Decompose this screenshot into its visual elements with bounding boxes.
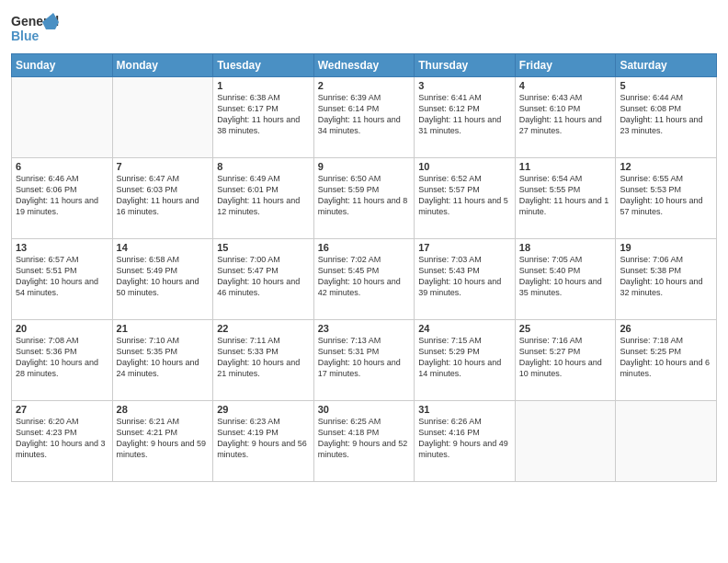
day-number: 18: [519, 242, 612, 253]
calendar-cell: 4Sunrise: 6:43 AMSunset: 6:10 PMDaylight…: [515, 77, 616, 158]
sunrise-text: Sunrise: 6:25 AM: [318, 417, 381, 426]
cell-info: Sunrise: 6:57 AMSunset: 5:51 PMDaylight:…: [16, 254, 108, 299]
daylight-text: Daylight: 11 hours and 8 minutes.: [318, 196, 408, 216]
daylight-text: Daylight: 10 hours and 32 minutes.: [620, 277, 702, 297]
sunrise-text: Sunrise: 6:52 AM: [418, 174, 482, 183]
logo: General Blue: [11, 9, 59, 48]
sunrise-text: Sunrise: 6:21 AM: [117, 417, 180, 426]
day-number: 14: [117, 242, 210, 253]
sunset-text: Sunset: 5:45 PM: [318, 266, 380, 275]
sunrise-text: Sunrise: 6:58 AM: [117, 255, 180, 264]
calendar-cell: [515, 401, 616, 482]
calendar-cell: 13Sunrise: 6:57 AMSunset: 5:51 PMDayligh…: [12, 239, 113, 320]
cell-info: Sunrise: 6:43 AMSunset: 6:10 PMDaylight:…: [519, 92, 612, 137]
calendar-cell: 31Sunrise: 6:26 AMSunset: 4:16 PMDayligh…: [415, 401, 516, 482]
sunset-text: Sunset: 5:40 PM: [519, 266, 581, 275]
cell-info: Sunrise: 6:55 AMSunset: 5:53 PMDaylight:…: [620, 173, 712, 218]
sunset-text: Sunset: 4:19 PM: [217, 428, 279, 437]
daylight-text: Daylight: 10 hours and 35 minutes.: [519, 277, 602, 297]
day-number: 15: [217, 242, 310, 253]
sunrise-text: Sunrise: 7:00 AM: [217, 255, 280, 264]
sunrise-text: Sunrise: 7:16 AM: [519, 336, 583, 345]
sunrise-text: Sunrise: 6:23 AM: [217, 417, 280, 426]
day-number: 25: [519, 323, 612, 334]
daylight-text: Daylight: 10 hours and 10 minutes.: [519, 358, 602, 378]
cell-info: Sunrise: 7:06 AMSunset: 5:38 PMDaylight:…: [620, 254, 712, 299]
cell-info: Sunrise: 6:58 AMSunset: 5:49 PMDaylight:…: [117, 254, 210, 299]
day-number: 5: [620, 80, 712, 91]
weekday-header-monday: Monday: [112, 54, 213, 77]
sunrise-text: Sunrise: 7:06 AM: [620, 255, 683, 264]
sunrise-text: Sunrise: 7:10 AM: [117, 336, 180, 345]
daylight-text: Daylight: 10 hours and 3 minutes.: [16, 439, 106, 459]
day-number: 7: [117, 161, 210, 172]
sunset-text: Sunset: 5:36 PM: [16, 347, 77, 356]
day-number: 11: [519, 161, 612, 172]
weekday-header-saturday: Saturday: [616, 54, 717, 77]
cell-info: Sunrise: 7:03 AMSunset: 5:43 PMDaylight:…: [418, 254, 511, 299]
calendar-cell: 26Sunrise: 7:18 AMSunset: 5:25 PMDayligh…: [616, 320, 717, 401]
daylight-text: Daylight: 11 hours and 1 minute.: [519, 196, 609, 216]
calendar-cell: 8Sunrise: 6:49 AMSunset: 6:01 PMDaylight…: [213, 158, 314, 239]
cell-info: Sunrise: 7:11 AMSunset: 5:33 PMDaylight:…: [217, 335, 310, 380]
cell-info: Sunrise: 6:50 AMSunset: 5:59 PMDaylight:…: [318, 173, 411, 218]
cell-info: Sunrise: 7:02 AMSunset: 5:45 PMDaylight:…: [318, 254, 411, 299]
day-number: 2: [318, 80, 411, 91]
calendar-cell: 21Sunrise: 7:10 AMSunset: 5:35 PMDayligh…: [112, 320, 213, 401]
daylight-text: Daylight: 10 hours and 28 minutes.: [16, 358, 98, 378]
day-number: 9: [318, 161, 411, 172]
cell-info: Sunrise: 6:41 AMSunset: 6:12 PMDaylight:…: [418, 92, 511, 137]
cell-info: Sunrise: 7:08 AMSunset: 5:36 PMDaylight:…: [16, 335, 108, 380]
sunset-text: Sunset: 5:25 PM: [620, 347, 681, 356]
cell-info: Sunrise: 7:13 AMSunset: 5:31 PMDaylight:…: [318, 335, 411, 380]
daylight-text: Daylight: 9 hours and 49 minutes.: [418, 439, 508, 459]
sunset-text: Sunset: 5:57 PM: [418, 185, 480, 194]
daylight-text: Daylight: 10 hours and 6 minutes.: [620, 358, 710, 378]
calendar-cell: 19Sunrise: 7:06 AMSunset: 5:38 PMDayligh…: [616, 239, 717, 320]
sunrise-text: Sunrise: 7:05 AM: [519, 255, 583, 264]
weekday-header-wednesday: Wednesday: [313, 54, 415, 77]
calendar-cell: 17Sunrise: 7:03 AMSunset: 5:43 PMDayligh…: [415, 239, 516, 320]
day-number: 8: [217, 161, 310, 172]
day-number: 30: [318, 404, 411, 415]
sunrise-text: Sunrise: 7:03 AM: [418, 255, 482, 264]
sunset-text: Sunset: 5:47 PM: [217, 266, 279, 275]
daylight-text: Daylight: 10 hours and 21 minutes.: [217, 358, 300, 378]
sunrise-text: Sunrise: 6:39 AM: [318, 93, 381, 102]
sunrise-text: Sunrise: 6:49 AM: [217, 174, 280, 183]
daylight-text: Daylight: 10 hours and 54 minutes.: [16, 277, 98, 297]
daylight-text: Daylight: 11 hours and 27 minutes.: [519, 115, 602, 135]
day-number: 26: [620, 323, 712, 334]
daylight-text: Daylight: 10 hours and 24 minutes.: [117, 358, 199, 378]
day-number: 20: [16, 323, 108, 334]
day-number: 27: [16, 404, 108, 415]
cell-info: Sunrise: 6:23 AMSunset: 4:19 PMDaylight:…: [217, 416, 310, 461]
sunset-text: Sunset: 6:03 PM: [117, 185, 178, 194]
calendar-cell: 30Sunrise: 6:25 AMSunset: 4:18 PMDayligh…: [313, 401, 415, 482]
sunset-text: Sunset: 6:17 PM: [217, 104, 279, 113]
sunset-text: Sunset: 5:27 PM: [519, 347, 581, 356]
cell-info: Sunrise: 7:16 AMSunset: 5:27 PMDaylight:…: [519, 335, 612, 380]
sunrise-text: Sunrise: 7:02 AM: [318, 255, 381, 264]
sunset-text: Sunset: 6:06 PM: [16, 185, 77, 194]
cell-info: Sunrise: 7:05 AMSunset: 5:40 PMDaylight:…: [519, 254, 612, 299]
calendar-cell: 9Sunrise: 6:50 AMSunset: 5:59 PMDaylight…: [313, 158, 415, 239]
calendar-cell: [112, 77, 213, 158]
sunset-text: Sunset: 4:18 PM: [318, 428, 380, 437]
calendar-cell: 25Sunrise: 7:16 AMSunset: 5:27 PMDayligh…: [515, 320, 616, 401]
sunrise-text: Sunrise: 6:43 AM: [519, 93, 583, 102]
cell-info: Sunrise: 6:44 AMSunset: 6:08 PMDaylight:…: [620, 92, 712, 137]
cell-info: Sunrise: 6:49 AMSunset: 6:01 PMDaylight:…: [217, 173, 310, 218]
daylight-text: Daylight: 11 hours and 12 minutes.: [217, 196, 300, 216]
calendar-cell: [616, 401, 717, 482]
daylight-text: Daylight: 11 hours and 38 minutes.: [217, 115, 300, 135]
sunset-text: Sunset: 4:23 PM: [16, 428, 77, 437]
day-number: 28: [117, 404, 210, 415]
calendar-cell: 16Sunrise: 7:02 AMSunset: 5:45 PMDayligh…: [313, 239, 415, 320]
calendar-week-row: 6Sunrise: 6:46 AMSunset: 6:06 PMDaylight…: [12, 158, 717, 239]
day-number: 24: [418, 323, 511, 334]
weekday-header-friday: Friday: [515, 54, 616, 77]
daylight-text: Daylight: 10 hours and 14 minutes.: [418, 358, 501, 378]
cell-info: Sunrise: 7:15 AMSunset: 5:29 PMDaylight:…: [418, 335, 511, 380]
day-number: 17: [418, 242, 511, 253]
